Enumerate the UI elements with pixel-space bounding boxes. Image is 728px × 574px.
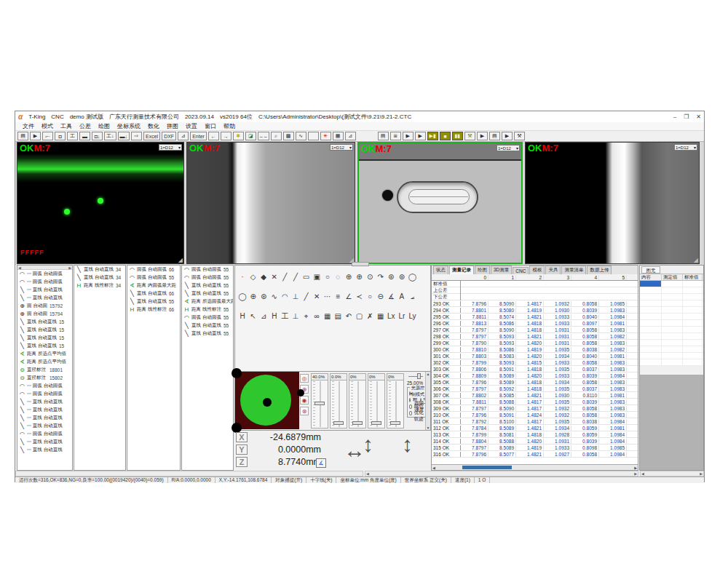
menu-item-拼图[interactable]: 拼图: [167, 122, 178, 130]
feature-item[interactable]: ╲直线自动直线55: [182, 330, 233, 338]
tool-icon[interactable]: ✕: [313, 292, 320, 300]
light-slider-4[interactable]: 0%: [368, 373, 385, 428]
table-row[interactable]: 301 OK7.88038.50831.48201.09340.80401.09…: [432, 353, 638, 359]
tool-icon[interactable]: ╱: [303, 292, 310, 300]
stage-button[interactable]: 工: [67, 132, 78, 140]
element-tab[interactable]: 图元: [641, 266, 660, 274]
feature-item[interactable]: ╲直线自动直线34: [74, 266, 125, 274]
feature-item[interactable]: ╲***直线自动直线: [17, 446, 72, 454]
excel-export-button[interactable]: Excel: [143, 132, 160, 140]
feature-item[interactable]: ╲***直线自动直线: [17, 406, 72, 414]
scroll-right-icon[interactable]: ▶: [700, 471, 703, 476]
pause-button[interactable]: ▮▮: [452, 132, 463, 140]
tool-icon[interactable]: ○: [366, 292, 373, 300]
stage-down-button[interactable]: 工↓: [104, 132, 116, 140]
menu-item-文件[interactable]: 文件: [23, 122, 34, 130]
scroll-up-icon[interactable]: ▲: [427, 372, 430, 376]
feature-item[interactable]: ∢距离所选点平均值: [17, 358, 72, 366]
menu-item-窗口[interactable]: 窗口: [205, 122, 216, 130]
element-row[interactable]: [640, 287, 703, 294]
element-row[interactable]: [640, 314, 703, 320]
radio-color-track[interactable]: [409, 411, 412, 415]
table-row[interactable]: 312 OK7.87848.50891.48211.09340.80591.09…: [432, 425, 638, 431]
print-button[interactable]: ≣: [390, 132, 401, 140]
maximize-button[interactable]: ❐: [684, 113, 689, 120]
feature-item[interactable]: ◠圆弧自动圆弧55: [182, 266, 233, 274]
camera2-selector[interactable]: 1=D12▾: [330, 144, 353, 151]
stage-gray-button[interactable]: ▬: [79, 132, 90, 140]
tool-icon[interactable]: ∞: [313, 312, 320, 320]
tab-测量记录[interactable]: 测量记录: [449, 266, 474, 274]
tool-icon[interactable]: ✗: [366, 312, 373, 320]
mid-scrollbar[interactable]: ◀▶: [365, 471, 638, 477]
table-row[interactable]: 305 OK7.87968.50891.48181.09340.80581.09…: [432, 379, 638, 386]
magnifier-button[interactable]: ⌕: [271, 132, 282, 140]
table-row[interactable]: 294 OK7.88018.50801.48191.09300.80391.09…: [432, 307, 638, 314]
slider-track[interactable]: [349, 381, 365, 427]
element-row[interactable]: [640, 333, 703, 340]
tool-icon[interactable]: A: [398, 292, 405, 300]
table-row[interactable]: 315 OK7.87978.50891.48191.09330.80981.09…: [432, 445, 638, 451]
run-button[interactable]: ▶▮: [427, 132, 438, 140]
play-small-button[interactable]: ▶: [415, 132, 426, 140]
feature-item[interactable]: ╲直线自动直线55: [182, 290, 233, 298]
move-stage-button[interactable]: ▬↓: [118, 132, 130, 140]
tool-icon[interactable]: ⊖: [377, 292, 384, 300]
camera3-selector[interactable]: 1=D12▾: [496, 145, 520, 151]
table-row[interactable]: 300 OK7.88108.50861.48191.09350.80381.09…: [432, 346, 638, 353]
laser-star-button[interactable]: ✳: [320, 132, 331, 140]
resize-handle-icon[interactable]: ◢: [516, 257, 521, 263]
curve-button[interactable]: ∿: [296, 132, 306, 140]
feature-item[interactable]: H距离线性标注66: [127, 306, 180, 314]
close-button[interactable]: ✕: [696, 113, 701, 120]
tool-icon[interactable]: ▣: [313, 273, 320, 281]
table-row[interactable]: 298 OK7.87978.50931.48211.09310.80581.09…: [432, 333, 638, 340]
save-2-button[interactable]: ▤: [378, 132, 389, 140]
element-row[interactable]: [640, 300, 703, 307]
stop-button[interactable]: ■: [440, 132, 451, 140]
slider-track[interactable]: [368, 381, 384, 427]
tool-icon[interactable]: ◇: [250, 273, 257, 281]
tool-icon[interactable]: Lr: [398, 312, 405, 320]
table-row[interactable]: 313 OK7.87998.50811.48181.09280.80591.09…: [432, 431, 638, 438]
zoom-slider[interactable]: [408, 373, 423, 379]
feature-item[interactable]: ⊕圆自动圆15794: [17, 310, 72, 318]
light-mode-icon[interactable]: ◎: [300, 374, 309, 383]
light-slider-2[interactable]: 0.0%: [330, 373, 347, 428]
feature-item[interactable]: ╲直线自动直线15: [17, 342, 72, 350]
tool-icon[interactable]: ∠: [345, 292, 352, 300]
tab-绘图[interactable]: 绘图: [475, 266, 490, 274]
tool-icon[interactable]: ≡: [334, 292, 341, 300]
scroll-left-icon[interactable]: ◀: [641, 471, 644, 476]
table-row[interactable]: 299 OK7.87908.50931.48201.09310.80581.09…: [432, 340, 638, 346]
camera-view-2[interactable]: OKM:7 1=D12▾ ◢: [186, 142, 355, 264]
transfer-button[interactable]: ⇨: [131, 132, 142, 140]
image-view-button[interactable]: ◪: [245, 132, 256, 140]
right-scrollbar[interactable]: ◀▶: [640, 471, 704, 477]
tool-icon[interactable]: 工: [281, 312, 288, 320]
tool-icon[interactable]: ▭: [303, 273, 310, 281]
table-row[interactable]: 316 OK7.87968.50771.48211.09270.80581.09…: [432, 451, 638, 458]
tool-icon[interactable]: ⊛: [398, 273, 405, 281]
radio-粗[interactable]: [409, 398, 411, 402]
menu-item-模式[interactable]: 模式: [41, 122, 53, 130]
tool-icon[interactable]: ⊥: [292, 292, 299, 300]
feature-item[interactable]: ◠圆弧自动圆弧66: [127, 266, 180, 274]
table-row[interactable]: 308 OK7.88118.50881.48171.09350.80391.09…: [432, 399, 638, 405]
light-slider-3[interactable]: 0%: [349, 373, 366, 428]
tool-icon[interactable]: ⊕: [356, 273, 363, 281]
menu-item-帮助[interactable]: 帮助: [223, 122, 235, 130]
tool-icon[interactable]: ▤: [334, 312, 341, 320]
tool-icon[interactable]: ▦: [377, 312, 384, 320]
camera-view-3-selected[interactable]: OKM:7 1=D12▾ ◢: [357, 142, 523, 264]
tool-icon[interactable]: ↷: [377, 273, 384, 281]
feature-item[interactable]: ∢距离所选圆弧最大距: [182, 298, 233, 306]
probe-path-button[interactable]: ⌐·: [42, 132, 53, 140]
element-row[interactable]: [640, 281, 703, 287]
tool-icon[interactable]: ⌖: [303, 312, 310, 320]
feature-item[interactable]: ╲直线自动直线15: [17, 326, 72, 334]
feature-item[interactable]: ◠***圆弧自动圆弧: [17, 278, 72, 286]
menu-item-公差[interactable]: 公差: [79, 122, 91, 130]
light-slider-1[interactable]: 40.0%: [311, 373, 328, 428]
minimize-button[interactable]: –: [673, 113, 676, 120]
